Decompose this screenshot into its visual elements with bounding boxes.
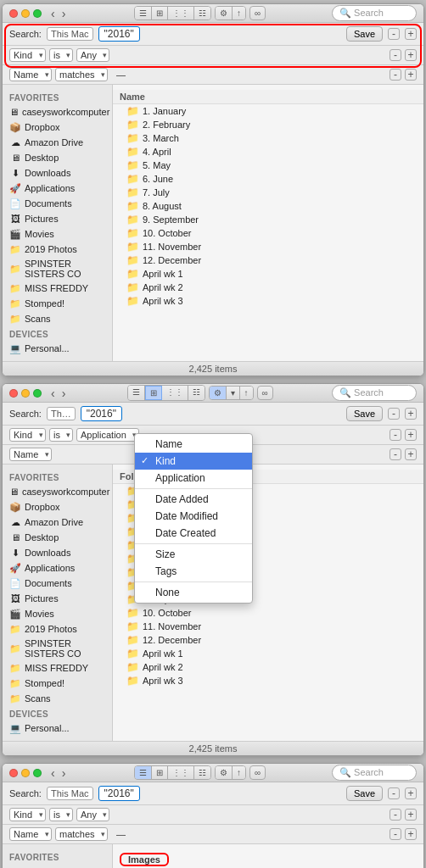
view-list-btn[interactable]: ☰ — [128, 386, 145, 400]
forward-button-3[interactable]: › — [59, 766, 69, 780]
remove-rule-1[interactable]: - — [388, 28, 400, 40]
sidebar-item-spinster-2[interactable]: 📁SPINSTER SISTERS CO — [3, 637, 112, 660]
add-name-filter-1[interactable]: + — [405, 69, 417, 81]
dropdown-item-name[interactable]: Name — [135, 436, 252, 453]
list-item[interactable]: 📁3. March — [113, 131, 423, 145]
filter-name-operator-1[interactable]: matches — [55, 68, 108, 81]
sidebar-item-spinster[interactable]: 📁 SPINSTER SISTERS CO — [3, 257, 112, 281]
view-col-btn[interactable]: ⋮⋮ — [162, 386, 188, 400]
dropdown-item-date-added[interactable]: Date Added — [135, 491, 252, 508]
list-item[interactable]: 📁8. August — [113, 199, 423, 213]
sidebar-item-movies-2[interactable]: 🎬Movies — [3, 606, 112, 621]
sidebar-personal-2[interactable]: 💻Personal... — [3, 721, 112, 736]
sidebar-item-pictures-2[interactable]: 🖼Pictures — [3, 591, 112, 606]
filter-name-select-1[interactable]: Name — [9, 68, 52, 81]
sidebar-item-downloads-2[interactable]: ⬇Downloads — [3, 545, 112, 560]
view-cover-btn-3[interactable]: ☷ — [194, 766, 210, 779]
filter-name-op-3[interactable]: matches — [55, 827, 108, 841]
save-button-1[interactable]: Save — [346, 26, 383, 42]
back-button-3[interactable]: ‹ — [48, 766, 58, 780]
dropdown-item-date-modified[interactable]: Date Modified — [135, 508, 252, 525]
search-query-2[interactable]: "2016" — [81, 406, 122, 421]
sidebar-item-2019photos[interactable]: 📁 2019 Photos — [3, 242, 112, 257]
maximize-button[interactable] — [33, 9, 42, 18]
sidebar-item-computer-2[interactable]: 🖥caseysworkcomputer — [3, 484, 112, 499]
close-button[interactable] — [9, 9, 18, 18]
view-list-btn-3[interactable]: ☰ — [135, 766, 152, 779]
remove-filter-3[interactable]: - — [390, 809, 401, 821]
sidebar-item-documents-2[interactable]: 📄Documents — [3, 576, 112, 591]
search-query-1[interactable]: "2016" — [98, 26, 140, 42]
filter-operator-select-1[interactable]: is — [49, 48, 73, 62]
dropdown-item-none[interactable]: None — [135, 584, 252, 601]
add-filter-1[interactable]: + — [405, 49, 417, 61]
sidebar-item-personal[interactable]: 💻 Personal... — [3, 341, 112, 356]
forward-button[interactable]: › — [59, 7, 69, 20]
back-button-2[interactable]: ‹ — [48, 387, 58, 400]
view-grid-btn-3[interactable]: ⊞ — [152, 766, 168, 779]
search-input-1[interactable]: 🔍 Search — [332, 5, 417, 21]
sidebar-item-desktop[interactable]: 🖥 Desktop — [3, 150, 112, 165]
list-item[interactable]: 📁April wk 2 — [113, 281, 423, 294]
action-dropdown-btn[interactable]: ▾ — [227, 387, 240, 399]
add-rule-3[interactable]: + — [405, 787, 417, 799]
add-filter-3[interactable]: + — [405, 809, 417, 821]
view-grid-btn[interactable]: ⊞ — [145, 386, 162, 400]
filter-value-2[interactable]: Application — [76, 428, 139, 442]
sidebar-item-applications[interactable]: 🚀 Applications — [3, 181, 112, 196]
sidebar-item-downloads[interactable]: ⬇ Downloads — [3, 165, 112, 181]
forward-button-2[interactable]: › — [59, 387, 69, 400]
sidebar-computer-3[interactable]: 🖥caseysworkcomputer — [3, 864, 112, 868]
sidebar-item-pictures[interactable]: 🖼 Pictures — [3, 211, 112, 226]
list-item[interactable]: 📁5. May — [113, 159, 423, 172]
action-btn-3[interactable]: ⚙ — [216, 766, 233, 779]
share-btn-2[interactable]: ↑ — [240, 387, 253, 399]
sidebar-item-desktop-2[interactable]: 🖥Desktop — [3, 530, 112, 545]
dropdown-item-tags[interactable]: Tags — [135, 563, 252, 580]
sidebar-item-amazon-2[interactable]: ☁Amazon Drive — [3, 515, 112, 530]
remove-name-filter-2[interactable]: - — [390, 448, 401, 460]
list-item[interactable]: 📁7. July — [113, 186, 423, 199]
list-item[interactable]: 📁2. February — [113, 118, 423, 131]
remove-filter-2[interactable]: - — [390, 429, 401, 441]
maximize-button-2[interactable] — [33, 389, 42, 398]
view-cover-btn[interactable]: ☷ — [188, 386, 205, 400]
list-item[interactable]: 📁4. April — [113, 145, 423, 159]
view-icon-btn[interactable]: ☰ — [135, 7, 152, 19]
remove-name-filter-1[interactable]: - — [390, 69, 401, 81]
list-item-2[interactable]: 📁April wk 2 — [113, 660, 423, 674]
tags-btn-2[interactable]: ∞ — [257, 386, 273, 400]
dropdown-item-application[interactable]: Application — [135, 470, 252, 487]
add-name-3[interactable]: + — [405, 828, 417, 840]
list-item-2[interactable]: 📁April wk 3 — [113, 674, 423, 687]
list-item[interactable]: 📁April wk 1 — [113, 267, 423, 281]
filter-op-3[interactable]: is — [49, 808, 73, 821]
close-button-2[interactable] — [9, 389, 18, 398]
sidebar-item-missfreddy[interactable]: 📁 MISS FREDDY — [3, 281, 112, 296]
sidebar-item-stomped[interactable]: 📁 Stomped! — [3, 296, 112, 311]
share-btn-3[interactable]: ↑ — [233, 766, 245, 779]
minimize-button-2[interactable] — [21, 389, 30, 398]
dropdown-item-size[interactable]: Size — [135, 546, 252, 563]
view-icon-btn2[interactable]: ⊞ — [152, 7, 168, 19]
search-location-1[interactable]: This Mac — [47, 27, 93, 41]
sidebar-item-scans-2[interactable]: 📁Scans — [3, 691, 112, 706]
filter-operator-2[interactable]: is — [49, 428, 73, 442]
sidebar-item-2019-2[interactable]: 📁2019 Photos — [3, 621, 112, 637]
dropdown-item-kind[interactable]: Kind — [135, 453, 252, 470]
filter-val-3[interactable]: Any — [76, 808, 109, 821]
share-btn[interactable]: ↑ — [233, 7, 245, 19]
remove-name-3[interactable]: - — [390, 828, 401, 840]
sidebar-item-computer[interactable]: 🖥 caseysworkcomputer — [3, 104, 112, 120]
list-item[interactable]: 📁9. September — [113, 213, 423, 226]
maximize-button-3[interactable] — [33, 769, 42, 777]
sidebar-item-documents[interactable]: 📄 Documents — [3, 196, 112, 211]
list-item[interactable]: 📁6. June — [113, 172, 423, 186]
filter-kind-select-2[interactable]: Kind — [9, 428, 46, 442]
list-item[interactable]: 📁12. December — [113, 253, 423, 267]
sidebar-item-movies[interactable]: 🎬 Movies — [3, 226, 112, 242]
minimize-button-3[interactable] — [21, 769, 30, 777]
action-btn[interactable]: ⚙ — [216, 7, 233, 19]
sidebar-item-scans[interactable]: 📁 Scans — [3, 311, 112, 326]
list-item-2[interactable]: 📁April wk 1 — [113, 647, 423, 660]
